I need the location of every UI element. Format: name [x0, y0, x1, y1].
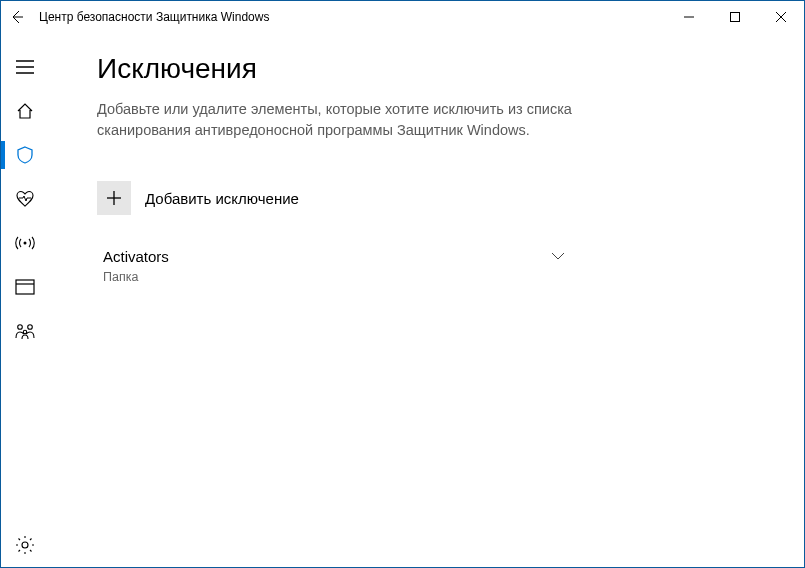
exclusion-item[interactable]: Activators Папка	[97, 243, 567, 297]
hamburger-menu[interactable]	[1, 45, 49, 89]
home-icon	[15, 101, 35, 121]
add-exclusion-label: Добавить исключение	[145, 190, 299, 207]
main-content: Исключения Добавьте или удалите элементы…	[49, 33, 804, 567]
sidebar-item-home[interactable]	[1, 89, 49, 133]
add-exclusion-row[interactable]: Добавить исключение	[97, 181, 772, 215]
sidebar-item-network[interactable]	[1, 221, 49, 265]
menu-icon	[16, 60, 34, 74]
svg-point-12	[28, 325, 33, 330]
shield-icon	[15, 145, 35, 165]
minimize-button[interactable]	[666, 1, 712, 33]
sidebar-item-settings[interactable]	[1, 523, 49, 567]
back-button[interactable]	[9, 9, 25, 25]
svg-point-13	[23, 330, 26, 333]
svg-point-8	[24, 242, 27, 245]
exclusion-type: Папка	[103, 269, 169, 285]
svg-point-11	[18, 325, 23, 330]
close-button[interactable]	[758, 1, 804, 33]
plus-icon	[106, 190, 122, 206]
antenna-icon	[14, 233, 36, 253]
page-description: Добавьте или удалите элементы, которые х…	[97, 99, 617, 141]
family-icon	[14, 322, 36, 340]
app-icon	[15, 279, 35, 295]
sidebar-item-security[interactable]	[1, 133, 49, 177]
settings-icon	[15, 535, 35, 555]
window-controls	[666, 1, 804, 33]
exclusion-name: Activators	[103, 247, 169, 267]
maximize-button[interactable]	[712, 1, 758, 33]
window-title: Центр безопасности Защитника Windows	[39, 10, 269, 24]
titlebar: Центр безопасности Защитника Windows	[1, 1, 804, 33]
sidebar	[1, 33, 49, 567]
chevron-down-icon	[551, 251, 565, 261]
sidebar-item-app[interactable]	[1, 265, 49, 309]
app-window: Центр безопасности Защитника Windows	[0, 0, 805, 568]
heart-icon	[15, 189, 35, 209]
sidebar-item-family[interactable]	[1, 309, 49, 353]
svg-rect-2	[731, 13, 740, 22]
page-title: Исключения	[97, 53, 772, 85]
svg-rect-9	[16, 280, 34, 294]
sidebar-item-health[interactable]	[1, 177, 49, 221]
svg-point-14	[22, 542, 28, 548]
add-exclusion-button[interactable]	[97, 181, 131, 215]
